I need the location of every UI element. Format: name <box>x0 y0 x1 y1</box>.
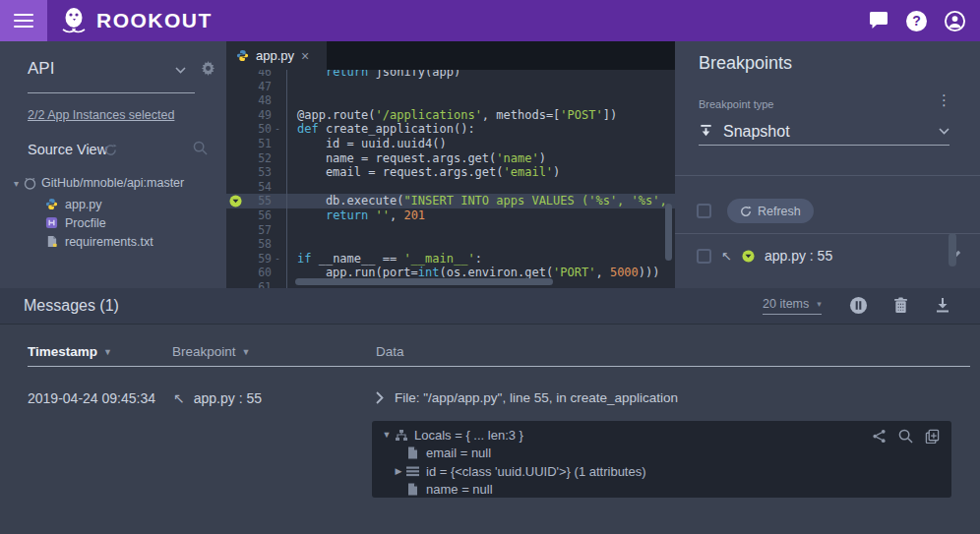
messages-section: Messages (1) 20 items ▾ Timestamp▼ <box>0 288 980 534</box>
gutter-56: 56 <box>226 208 287 223</box>
search-icon[interactable] <box>193 141 208 155</box>
page-size-select[interactable]: 20 items ▾ <box>763 297 822 315</box>
gutter-60: 60 <box>226 266 287 280</box>
breakpoint-label: app.py : 55 <box>765 248 939 264</box>
editor-tabstrip: app.py × <box>226 41 675 70</box>
trash-icon[interactable] <box>890 295 910 315</box>
repo-tree-root[interactable]: ▾ GitHub/mnoble/api:master <box>14 176 184 190</box>
line-number: 50 <box>244 122 272 137</box>
gutter-54: 54 <box>226 180 287 195</box>
tree-item-Procfile[interactable]: Procfile <box>45 213 153 232</box>
share-icon[interactable] <box>872 429 887 444</box>
code-text: db.execute("INSERT INTO apps VALUES ('%s… <box>287 194 675 208</box>
python-file-icon <box>236 49 249 62</box>
account-icon[interactable] <box>944 10 966 32</box>
tree-item-label: app.py <box>65 198 102 211</box>
project-select-underline <box>28 92 195 93</box>
gutter-49: 49 <box>226 108 287 123</box>
tree-item-label: Procfile <box>65 216 106 230</box>
chevron-down-icon: ▾ <box>817 299 822 309</box>
code-text <box>287 223 297 238</box>
gutter-55: 55 <box>226 194 287 208</box>
column-timestamp[interactable]: Timestamp▼ <box>28 344 112 359</box>
code-editor: 46 return jsonify(app)474849@app.route('… <box>226 41 675 288</box>
source-view-label: Source View <box>28 142 107 157</box>
close-icon[interactable]: × <box>301 49 309 63</box>
locals-row-0: ▼Locals = { ... len:3 } <box>372 426 951 445</box>
divider <box>675 233 980 234</box>
chat-icon[interactable] <box>867 10 889 32</box>
gutter-57: 57 <box>226 223 287 238</box>
code-lines: 46 return jsonify(app)474849@app.route('… <box>226 65 675 288</box>
gutter-53: 53 <box>226 165 287 180</box>
gear-icon[interactable] <box>201 61 215 76</box>
line-number: 59 <box>244 252 272 267</box>
help-icon[interactable]: ? <box>905 10 928 32</box>
project-select[interactable]: API <box>28 59 54 79</box>
messages-title: Messages (1) <box>24 297 119 315</box>
column-breakpoint[interactable]: Breakpoint▼ <box>172 344 250 359</box>
github-icon <box>24 177 36 190</box>
line-number: 61 <box>244 280 272 288</box>
gutter-59: 59- <box>226 252 287 267</box>
chevron-down-icon[interactable] <box>175 67 186 74</box>
locals-variable-box: ▼Locals = { ... len:3 }email = null▶id =… <box>372 421 951 498</box>
tab-app-py[interactable]: app.py × <box>226 41 327 70</box>
search-icon[interactable] <box>898 429 913 444</box>
copy-expand-icon[interactable] <box>925 429 940 444</box>
fold-marker-icon[interactable]: - <box>272 252 283 267</box>
breakpoints-title: Breakpoints <box>699 53 792 74</box>
breakpoint-checkbox[interactable] <box>697 249 711 264</box>
refresh-button[interactable]: Refresh <box>727 199 814 223</box>
left-sidebar: API 2/2 App Instances selected Source Vi… <box>0 41 226 288</box>
code-line-51: 51 id = uuid.uuid4() <box>226 137 675 151</box>
owl-logo-icon <box>61 6 89 35</box>
chevron-right-icon[interactable] <box>376 391 384 404</box>
pause-icon[interactable] <box>848 295 868 315</box>
code-text: email = request.args.get('email') <box>287 165 560 180</box>
code-line-57: 57 <box>226 223 675 238</box>
caret-down-icon[interactable]: ▼ <box>380 430 394 440</box>
tree-item-requirements.txt[interactable]: requirements.txt <box>45 232 153 251</box>
breakpoint-location-icon: ↖ <box>721 249 732 264</box>
breakpoint-icon[interactable] <box>226 195 244 208</box>
code-text <box>287 93 297 108</box>
code-line-58: 58 <box>226 237 675 252</box>
brand-text: ROOKOUT <box>96 9 213 32</box>
messages-header-bar: Messages (1) 20 items ▾ <box>0 288 980 325</box>
code-text <box>287 80 297 94</box>
gutter-48: 48 <box>226 93 287 108</box>
gutter-47: 47 <box>226 80 287 94</box>
gutter-52: 52 <box>226 151 287 166</box>
select-all-checkbox[interactable] <box>697 204 711 218</box>
code-text: id = uuid.uuid4() <box>287 137 447 151</box>
download-icon[interactable] <box>933 295 952 315</box>
tree-item-label: requirements.txt <box>65 235 153 249</box>
line-number: 54 <box>244 180 272 195</box>
stack-frame-summary: File: "/app/app.py", line 55, in create_… <box>395 390 678 405</box>
tree-item-app.py[interactable]: app.py <box>45 195 153 213</box>
line-number: 60 <box>244 266 272 280</box>
snapshot-type-icon <box>699 124 713 139</box>
breakpoints-panel: Breakpoints ⋮ Breakpoint type Snapshot R… <box>675 41 980 288</box>
app-instances-link[interactable]: 2/2 App Instances selected <box>28 108 174 122</box>
refresh-icon[interactable] <box>104 144 117 156</box>
menu-icon[interactable] <box>0 0 47 41</box>
sort-caret-icon: ▼ <box>103 347 112 357</box>
fold-marker-icon[interactable]: - <box>272 122 283 137</box>
horizontal-scrollbar[interactable] <box>295 278 553 285</box>
kebab-menu-icon[interactable]: ⋮ <box>937 92 951 109</box>
data-cell[interactable]: File: "/app/app.py", line 55, in create_… <box>376 390 678 405</box>
panel-scrollbar[interactable] <box>949 233 956 267</box>
breakpoint-location-icon: ↖ <box>173 390 185 406</box>
breakpoint-type-select[interactable]: Snapshot <box>699 118 949 146</box>
line-number: 58 <box>244 237 272 252</box>
caret-right-icon[interactable]: ▶ <box>392 466 405 476</box>
breakpoint-item-0[interactable]: ↖app.py : 55 <box>697 243 962 268</box>
code-line-55: 55 db.execute("INSERT INTO apps VALUES (… <box>226 194 675 208</box>
code-line-53: 53 email = request.args.get('email') <box>226 165 675 180</box>
chevron-down-icon[interactable]: ▾ <box>14 178 19 189</box>
timestamp-cell: 2019-04-24 09:45:34 <box>28 390 155 406</box>
vertical-scrollbar[interactable] <box>665 204 672 261</box>
gutter-61: 61 <box>226 280 287 288</box>
